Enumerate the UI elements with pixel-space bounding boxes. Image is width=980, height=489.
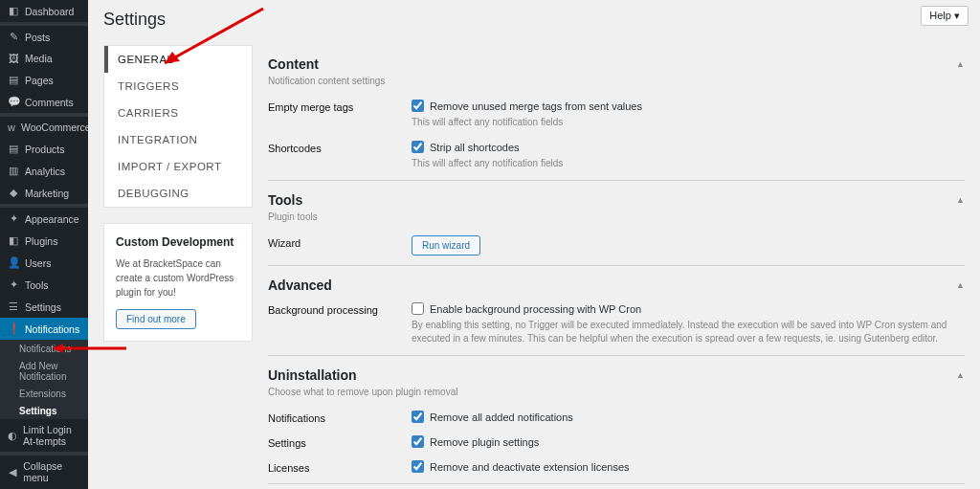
admin-sidebar: ◧Dashboard ✎Posts 🖼Media ▤Pages 💬Comment… [0,0,88,489]
section-tools: Tools▲ Plugin tools Wizard Run wizard [268,181,965,266]
tab-carriers[interactable]: Carriers [104,100,252,126]
collapse-icon: ▲ [956,280,965,290]
products-icon: ▤ [8,143,19,155]
main-content: Help ▾ Settings General Triggers Carrier… [88,0,980,489]
menu-appearance[interactable]: ✦Appearance [0,208,88,230]
custom-dev-title: Custom Development [116,235,240,249]
uninstall-settings-checkbox[interactable]: Remove plugin settings [412,435,965,448]
notifications-icon: ❗ [8,322,19,335]
analytics-icon: ▥ [8,165,19,177]
uninstall-notifications-checkbox[interactable]: Remove all added notifications [412,411,965,423]
help-tab[interactable]: Help ▾ [921,6,969,26]
submenu-extensions[interactable]: Extensions [0,385,88,402]
empty-merge-checkbox[interactable]: Remove unused merge tags from sent value… [412,100,965,112]
wizard-label: Wizard [268,235,412,249]
page-title: Settings [103,10,965,30]
uninstall-licenses-checkbox[interactable]: Remove and deactivate extension licenses [412,460,965,473]
section-advanced-header[interactable]: Advanced▲ [268,278,965,293]
shortcodes-checkbox[interactable]: Strip all shortcodes [412,141,965,153]
bg-processing-hint: By enabling this setting, no Trigger wil… [412,319,965,345]
bg-processing-checkbox[interactable]: Enable background processing with WP Cro… [412,302,965,315]
menu-plugins[interactable]: ◧Plugins [0,230,88,252]
section-tools-sub: Plugin tools [268,211,965,222]
uninstall-settings-label: Settings [268,435,412,449]
tab-general[interactable]: General [104,46,252,73]
menu-marketing[interactable]: ◆Marketing [0,182,88,204]
menu-pages[interactable]: ▤Pages [0,69,88,91]
empty-merge-hint: This will affect any notification fields [412,116,965,129]
tab-debugging[interactable]: Debugging [104,180,252,207]
custom-dev-body: We at BracketSpace can create a custom W… [116,256,240,300]
section-tools-header[interactable]: Tools▲ [268,192,965,208]
run-wizard-button[interactable]: Run wizard [412,235,480,256]
section-content-header[interactable]: Content▲ [268,56,965,72]
submenu-add-new-notification[interactable]: Add New Notification [0,357,88,385]
tab-integration[interactable]: Integration [104,126,252,153]
menu-settings[interactable]: ☰Settings [0,296,88,318]
plugins-icon: ◧ [8,234,19,247]
settings-icon: ☰ [8,300,19,313]
woocommerce-icon: w [8,122,15,133]
tools-icon: ✦ [8,278,19,291]
menu-dashboard[interactable]: ◧Dashboard [0,0,88,22]
tab-triggers[interactable]: Triggers [104,73,252,100]
section-advanced: Advanced▲ Background processing Enable b… [268,266,965,356]
submenu-notifications[interactable]: Notifications [0,340,88,357]
menu-limit-login[interactable]: ◐Limit Login At‑tempts [0,419,88,452]
lock-icon: ◐ [8,430,17,442]
tab-import-export[interactable]: Import / Export [104,153,252,180]
marketing-icon: ◆ [8,187,19,199]
bg-processing-label: Background processing [268,302,412,316]
menu-posts[interactable]: ✎Posts [0,26,88,48]
menu-tools[interactable]: ✦Tools [0,274,88,296]
submenu-settings[interactable]: Settings [0,402,88,419]
media-icon: 🖼 [8,53,19,64]
section-uninstall-header[interactable]: Uninstallation▲ [268,367,965,383]
dashboard-icon: ◧ [8,5,19,17]
settings-tabs: General Triggers Carriers Integration Im… [103,45,253,208]
shortcodes-hint: This will affect any notification fields [412,157,965,170]
collapse-menu[interactable]: ◀Collapse menu [0,456,88,488]
section-content-sub: Notification content settings [268,76,965,86]
section-uninstall-sub: Choose what to remove upon plugin remova… [268,387,965,397]
collapse-icon: ◀ [8,466,17,478]
uninstall-licenses-label: Licenses [268,460,412,474]
section-content: Content▲ Notification content settings E… [268,45,965,181]
page-icon: ▤ [8,74,19,86]
custom-dev-card: Custom Development We at BracketSpace ca… [103,223,253,342]
users-icon: 👤 [8,256,19,269]
menu-users[interactable]: 👤Users [0,252,88,274]
collapse-icon: ▲ [956,59,965,69]
empty-merge-label: Empty merge tags [268,100,412,113]
comment-icon: 💬 [8,96,19,108]
collapse-icon: ▲ [956,195,965,205]
menu-woocommerce[interactable]: wWooCommerce [0,117,88,138]
menu-notifications[interactable]: ❗Notifications [0,318,88,340]
menu-analytics[interactable]: ▥Analytics [0,160,88,182]
pin-icon: ✎ [8,31,19,43]
menu-products[interactable]: ▤Products [0,138,88,160]
shortcodes-label: Shortcodes [268,141,412,154]
custom-dev-link[interactable]: Find out more [116,309,196,329]
appearance-icon: ✦ [8,212,19,225]
menu-comments[interactable]: 💬Comments [0,91,88,113]
uninstall-notifications-label: Notifications [268,411,412,424]
collapse-icon: ▲ [956,370,965,380]
section-uninstall: Uninstallation▲ Choose what to remove up… [268,356,965,484]
menu-media[interactable]: 🖼Media [0,48,88,69]
